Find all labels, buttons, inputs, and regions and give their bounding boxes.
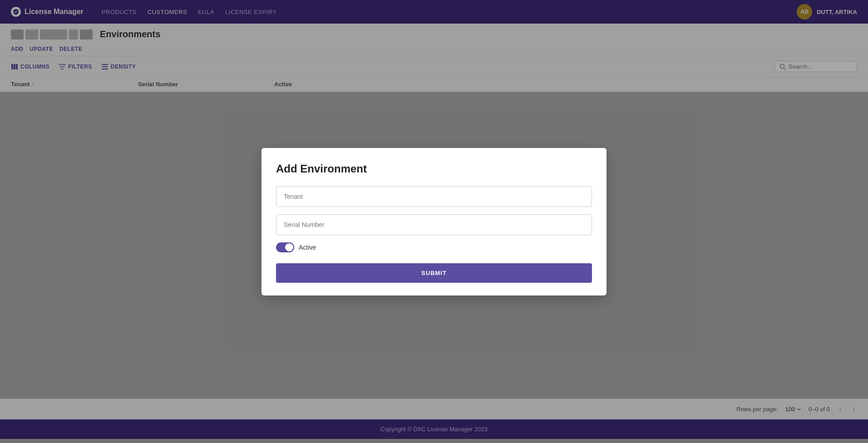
modal-dialog: Add Environment Active SUBMIT — [261, 148, 607, 295]
toggle-knob — [285, 243, 293, 251]
modal-overlay[interactable]: Add Environment Active SUBMIT — [0, 0, 868, 443]
active-toggle-row: Active — [276, 242, 592, 252]
tenant-input[interactable] — [276, 186, 592, 207]
modal-title: Add Environment — [276, 162, 592, 175]
active-toggle-label: Active — [299, 244, 316, 251]
serial-number-input[interactable] — [276, 214, 592, 235]
submit-button[interactable]: SUBMIT — [276, 263, 592, 283]
active-toggle[interactable] — [276, 242, 294, 252]
